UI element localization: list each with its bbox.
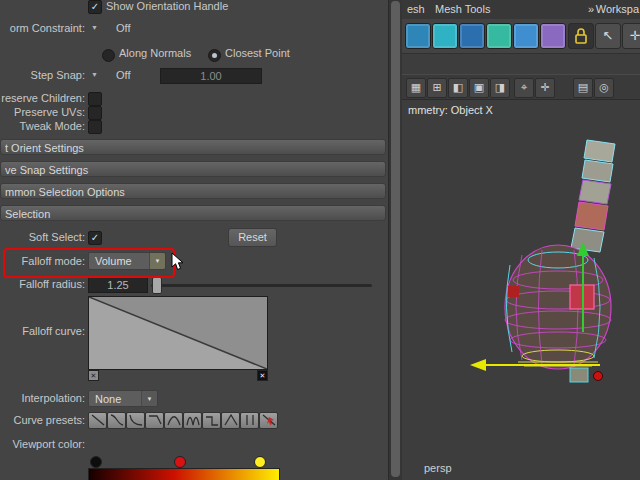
curve-preset-double-bump-button[interactable] xyxy=(183,412,202,429)
curve-preset-pipes-button[interactable] xyxy=(240,412,259,429)
viewport-region[interactable]: esh Mesh Tools » Workspa ↖ ✛ ▦ ⊞ ◧ xyxy=(402,0,640,480)
step-snap-label: Step Snap: xyxy=(31,69,85,81)
step-snap-dropdown-arrow-icon[interactable]: ▼ xyxy=(91,71,98,78)
grid-toggle-icon[interactable]: ▦ xyxy=(406,78,426,98)
ramp-key-yellow[interactable] xyxy=(254,456,266,468)
falloff-radius-field[interactable]: 1.25 xyxy=(88,277,148,293)
curve-preset-ramp-icon xyxy=(262,414,276,426)
ramp-key-black[interactable] xyxy=(90,456,102,468)
constraint-dropdown-arrow-icon[interactable]: ▼ xyxy=(91,24,98,31)
snap-curve-icon[interactable]: ◧ xyxy=(448,78,468,98)
curve-key-marker-right[interactable]: ✕ xyxy=(257,370,268,381)
construction-icon[interactable]: ✛ xyxy=(535,78,555,98)
curve-preset-spike-button[interactable] xyxy=(221,412,240,429)
panel-scrollbar-thumb[interactable] xyxy=(391,1,400,477)
section-header-snap-settings[interactable]: ve Snap Settings xyxy=(0,161,386,177)
preserve-children-checkbox[interactable] xyxy=(88,92,102,106)
snap-grid-icon[interactable]: ⊞ xyxy=(427,78,447,98)
viewport-canvas[interactable] xyxy=(402,100,640,480)
curve-preset-plateau-button[interactable] xyxy=(145,412,164,429)
closest-point-radio[interactable] xyxy=(208,49,221,62)
curve-preset-step-icon xyxy=(205,414,219,426)
mesh-stack xyxy=(571,140,615,252)
ramp-key-red[interactable] xyxy=(174,456,186,468)
isolate-select-icon[interactable]: ▤ xyxy=(573,78,593,98)
section-header-soft-selection[interactable]: Selection xyxy=(0,205,386,221)
lock-icon[interactable] xyxy=(568,23,594,49)
preserve-uvs-label: Preserve UVs: xyxy=(14,106,85,118)
live-surface-icon[interactable]: ⌖ xyxy=(514,78,534,98)
tweak-mode-label: Tweak Mode: xyxy=(20,120,85,132)
step-snap-field[interactable]: 1.00 xyxy=(160,68,262,84)
interpolation-dropdown[interactable]: None ▼ xyxy=(88,390,158,407)
soft-select-checkbox[interactable] xyxy=(88,231,102,245)
shelf-icon-5[interactable] xyxy=(513,23,539,49)
curve-preset-ramp-button[interactable] xyxy=(259,412,278,429)
falloff-radius-slider-track[interactable] xyxy=(151,284,372,287)
section-header-orient-settings[interactable]: t Orient Settings xyxy=(0,139,386,155)
viewport-menubar: esh Mesh Tools » Workspa xyxy=(402,0,640,20)
interpolation-dropdown-arrow-icon[interactable]: ▼ xyxy=(141,391,157,406)
falloff-radius-slider-handle[interactable] xyxy=(152,277,162,294)
closest-point-label: Closest Point xyxy=(225,47,290,59)
curve-preset-pipes-icon xyxy=(243,414,257,426)
preserve-children-label: reserve Children: xyxy=(1,92,85,104)
falloff-mode-dropdown[interactable]: Volume ▼ xyxy=(88,252,166,270)
mesh-body xyxy=(505,245,611,382)
shelf-icon-1[interactable] xyxy=(405,23,431,49)
curve-preset-bell-icon xyxy=(167,414,181,426)
tweak-mode-checkbox[interactable] xyxy=(88,120,102,134)
viewport-icon-toolbar: ▦ ⊞ ◧ ▣ ◨ ⌖ ✛ ▤ ◎ xyxy=(402,74,640,100)
move-tool-icon[interactable]: ✛ xyxy=(622,23,640,49)
snap-plane-icon[interactable]: ◨ xyxy=(490,78,510,98)
along-normals-radio[interactable] xyxy=(102,49,115,62)
curve-preset-step-button[interactable] xyxy=(202,412,221,429)
select-cursor-icon[interactable]: ↖ xyxy=(595,23,621,49)
curve-preset-double-bump-icon xyxy=(186,414,200,426)
viewport-color-ramp[interactable] xyxy=(88,468,280,480)
falloff-radius-label: Falloff radius: xyxy=(19,278,85,290)
show-orientation-handle-label: Show Orientation Handle xyxy=(106,0,228,12)
preserve-uvs-checkbox[interactable] xyxy=(88,106,102,120)
curve-preset-concave-icon xyxy=(129,414,143,426)
reset-button[interactable]: Reset xyxy=(228,228,277,247)
render-view-icon[interactable]: ◎ xyxy=(594,78,614,98)
shelf-icon-6[interactable] xyxy=(540,23,566,49)
menu-mesh-tools[interactable]: Mesh Tools xyxy=(435,3,490,15)
maya-window: Show Orientation Handle orm Constraint: … xyxy=(0,0,640,480)
soft-select-label: Soft Select: xyxy=(29,231,85,243)
lock-glyph xyxy=(574,28,588,44)
constraint-label: orm Constraint: xyxy=(10,22,85,34)
falloff-curve-editor[interactable] xyxy=(88,296,268,370)
along-normals-label: Along Normals xyxy=(119,47,191,59)
falloff-curve-graph xyxy=(89,297,267,369)
show-orientation-handle-checkbox[interactable] xyxy=(88,0,102,14)
shelf-icon-2[interactable] xyxy=(432,23,458,49)
camera-name-label: persp xyxy=(424,462,452,474)
curve-preset-bell-button[interactable] xyxy=(164,412,183,429)
falloff-curve-label: Falloff curve: xyxy=(22,325,85,337)
curve-preset-plateau-icon xyxy=(148,414,162,426)
snap-point-icon[interactable]: ▣ xyxy=(469,78,489,98)
shelf-icon-3[interactable] xyxy=(459,23,485,49)
interpolation-label: Interpolation: xyxy=(21,392,85,404)
curve-preset-concave-button[interactable] xyxy=(126,412,145,429)
curve-preset-smooth-icon xyxy=(110,414,124,426)
curve-key-marker-left[interactable]: ✕ xyxy=(88,370,99,381)
falloff-mode-label: Falloff mode: xyxy=(22,255,85,267)
section-header-common-selection-options[interactable]: mmon Selection Options xyxy=(0,183,386,199)
curve-presets-label: Curve presets: xyxy=(13,414,85,426)
falloff-mode-dropdown-arrow-icon[interactable]: ▼ xyxy=(149,253,165,269)
shelf-icon-4[interactable] xyxy=(486,23,512,49)
shelf-toolbar: ↖ ✛ xyxy=(402,19,640,54)
step-snap-value[interactable]: Off xyxy=(116,69,130,81)
curve-preset-linear-icon xyxy=(91,414,105,426)
tool-settings-panel: Show Orientation Handle orm Constraint: … xyxy=(0,0,388,480)
constraint-value[interactable]: Off xyxy=(116,22,130,34)
menu-overflow-chevron-icon[interactable]: » xyxy=(588,3,594,15)
menu-workspace[interactable]: Workspa xyxy=(596,3,639,15)
menu-mesh[interactable]: esh xyxy=(407,3,425,15)
curve-preset-smooth-button[interactable] xyxy=(107,412,126,429)
panel-scrollbar[interactable] xyxy=(388,0,402,480)
curve-preset-linear-button[interactable] xyxy=(88,412,107,429)
